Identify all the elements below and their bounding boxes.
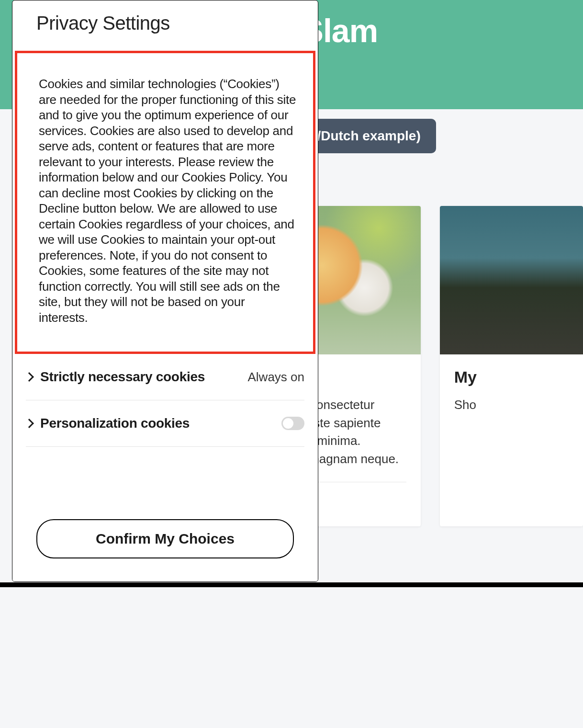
chevron-right-icon — [24, 372, 34, 382]
toggle-knob — [283, 418, 293, 429]
cookie-categories: Strictly necessary cookies Always on Per… — [12, 354, 318, 500]
confirm-button[interactable]: Confirm My Choices — [36, 519, 294, 558]
modal-header: Privacy Settings — [12, 0, 318, 51]
article-card[interactable]: My Sho — [440, 206, 583, 526]
category-status: Always on — [248, 370, 305, 385]
card-text: Sho — [454, 396, 583, 414]
category-strictly-necessary[interactable]: Strictly necessary cookies Always on — [26, 354, 304, 400]
category-label: Personalization cookies — [40, 416, 190, 431]
modal-footer: Confirm My Choices — [12, 500, 318, 581]
card-image-trees — [440, 206, 583, 354]
intro-highlight: Cookies and similar technologies (“Cooki… — [15, 51, 315, 354]
intro-text: Cookies and similar technologies (“Cooki… — [39, 76, 296, 325]
toggle-personalization[interactable] — [281, 417, 304, 430]
category-label: Strictly necessary cookies — [40, 369, 205, 385]
frame-border — [0, 582, 583, 587]
modal-title: Privacy Settings — [36, 12, 294, 34]
card-title: My — [454, 368, 583, 387]
category-personalization[interactable]: Personalization cookies — [26, 400, 304, 447]
chevron-right-icon — [24, 419, 34, 428]
privacy-modal: Privacy Settings Cookies and similar tec… — [12, 0, 318, 582]
